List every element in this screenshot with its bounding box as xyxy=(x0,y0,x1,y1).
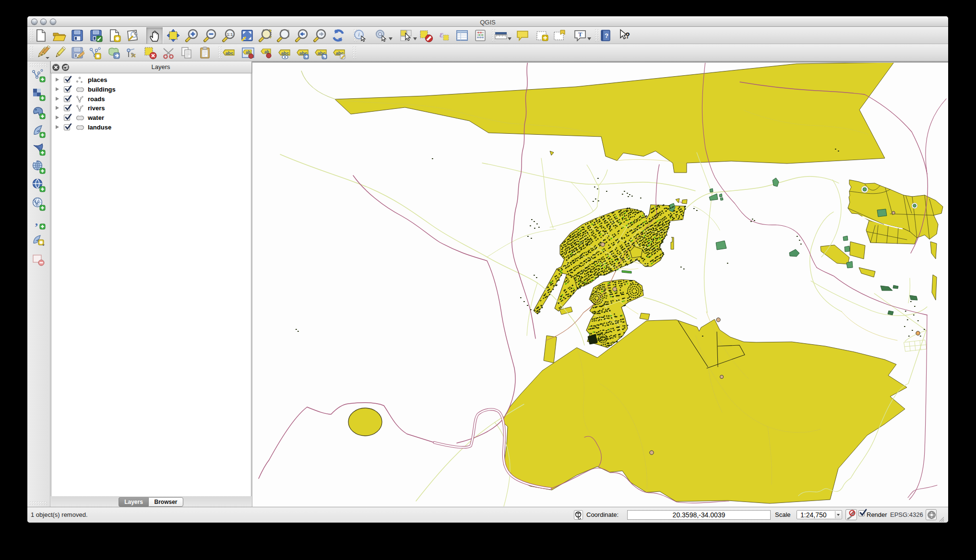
svg-text:i: i xyxy=(358,31,359,38)
svg-text:abc: abc xyxy=(226,50,233,56)
svg-text:ε: ε xyxy=(440,29,443,39)
svg-text:T: T xyxy=(578,31,583,38)
svg-text:abc: abc xyxy=(281,50,289,56)
svg-text:1:1: 1:1 xyxy=(227,32,233,37)
svg-text:ab: ab xyxy=(246,50,250,55)
svg-text:?: ? xyxy=(625,32,630,40)
svg-text:?: ? xyxy=(605,32,608,39)
svg-text:,: , xyxy=(35,215,38,227)
